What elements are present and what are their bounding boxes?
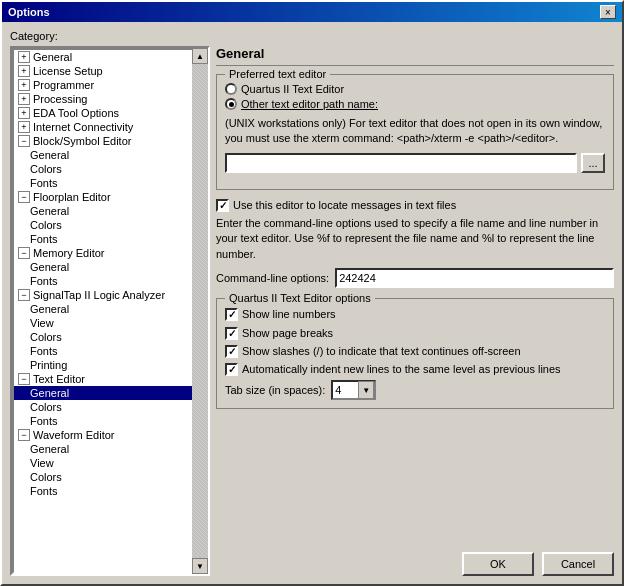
tree-item-label: View [30, 457, 54, 469]
tree-item-label: Programmer [33, 79, 94, 91]
tree-item-block-symbol-editor[interactable]: −Block/Symbol Editor [14, 134, 192, 148]
tabsize-dropdown-arrow[interactable]: ▼ [358, 381, 374, 399]
tree-item-signaltap-colors[interactable]: Colors [14, 330, 192, 344]
tree-item-label: Internet Connectivity [33, 121, 133, 133]
checkbox-label-show-slashes: Show slashes (/) to indicate that text c… [242, 344, 521, 358]
tree-item-memory-editor[interactable]: −Memory Editor [14, 246, 192, 260]
tree-item-memory-general[interactable]: General [14, 260, 192, 274]
expand-icon[interactable]: − [18, 429, 30, 441]
tree-item-text-editor[interactable]: −Text Editor [14, 372, 192, 386]
tree-item-signaltap-general[interactable]: General [14, 302, 192, 316]
tree-item-signaltap-printing[interactable]: Printing [14, 358, 192, 372]
expand-icon[interactable]: + [18, 121, 30, 133]
tree-scrollbar[interactable]: ▲ ▼ [192, 48, 208, 574]
tree-item-label: EDA Tool Options [33, 107, 119, 119]
checkbox-auto-indent[interactable] [225, 363, 238, 376]
tree-item-processing[interactable]: +Processing [14, 92, 192, 106]
cancel-button[interactable]: Cancel [542, 552, 614, 576]
expand-icon[interactable]: + [18, 79, 30, 91]
tree-item-label: General [30, 387, 69, 399]
tree-item-block-general[interactable]: General [14, 148, 192, 162]
tree-item-label: SignalTap II Logic Analyzer [33, 289, 165, 301]
tree-item-block-colors[interactable]: Colors [14, 162, 192, 176]
locate-section: Use this editor to locate messages in te… [216, 198, 614, 294]
browse-button[interactable]: ... [581, 153, 605, 173]
tree-item-waveform-general[interactable]: General [14, 442, 192, 456]
expand-icon[interactable]: + [18, 65, 30, 77]
tree-item-label: View [30, 317, 54, 329]
tree-item-label: Fonts [30, 275, 58, 287]
tree-item-block-fonts[interactable]: Fonts [14, 176, 192, 190]
tree-item-text-fonts[interactable]: Fonts [14, 414, 192, 428]
locate-checkbox[interactable] [216, 199, 229, 212]
checkbox-label-show-line-numbers: Show line numbers [242, 307, 336, 321]
close-button[interactable]: × [600, 5, 616, 19]
radio-quartus-input[interactable] [225, 83, 237, 95]
expand-icon[interactable]: + [18, 107, 30, 119]
tree-item-text-general[interactable]: General [14, 386, 192, 400]
radio-quartus[interactable]: Quartus II Text Editor [225, 83, 605, 95]
tabsize-select[interactable]: 4 ▼ [331, 380, 376, 400]
scroll-down-button[interactable]: ▼ [192, 558, 208, 574]
panel-title: General [216, 46, 614, 66]
tree-item-label: Colors [30, 401, 62, 413]
expand-icon[interactable]: + [18, 51, 30, 63]
tree-item-label: Fonts [30, 345, 58, 357]
tree-item-label: Colors [30, 163, 62, 175]
radio-group: Quartus II Text Editor Other text editor… [225, 83, 605, 110]
expand-icon[interactable]: − [18, 289, 30, 301]
checkbox-show-slashes[interactable] [225, 345, 238, 358]
category-label: Category: [10, 30, 614, 42]
tree-item-license-setup[interactable]: +License Setup [14, 64, 192, 78]
tree-item-floorplan-fonts[interactable]: Fonts [14, 232, 192, 246]
checkbox-show-line-numbers[interactable] [225, 308, 238, 321]
scroll-track[interactable] [192, 64, 208, 558]
locate-description: Enter the command-line options used to s… [216, 216, 614, 262]
radio-other-input[interactable] [225, 98, 237, 110]
preferred-editor-group: Preferred text editor Quartus II Text Ed… [216, 74, 614, 190]
tree-item-signaltap[interactable]: −SignalTap II Logic Analyzer [14, 288, 192, 302]
tree-item-signaltap-fonts[interactable]: Fonts [14, 344, 192, 358]
tree-item-waveform-colors[interactable]: Colors [14, 470, 192, 484]
tree-item-signaltap-view[interactable]: View [14, 316, 192, 330]
tree-item-label: General [30, 443, 69, 455]
tree-item-label: General [30, 205, 69, 217]
expand-icon[interactable]: − [18, 247, 30, 259]
expand-icon[interactable]: − [18, 135, 30, 147]
expand-icon[interactable]: − [18, 191, 30, 203]
ok-button[interactable]: OK [462, 552, 534, 576]
tree-item-waveform-editor[interactable]: −Waveform Editor [14, 428, 192, 442]
tree-item-waveform-view[interactable]: View [14, 456, 192, 470]
tree-item-programmer[interactable]: +Programmer [14, 78, 192, 92]
checkbox-item-show-slashes[interactable]: Show slashes (/) to indicate that text c… [225, 344, 605, 358]
expand-icon[interactable]: + [18, 93, 30, 105]
tree-item-waveform-fonts[interactable]: Fonts [14, 484, 192, 498]
tree-item-label: Fonts [30, 485, 58, 497]
checkbox-item-show-line-numbers[interactable]: Show line numbers [225, 307, 605, 321]
tree-item-floorplan-colors[interactable]: Colors [14, 218, 192, 232]
tree-item-label: General [30, 149, 69, 161]
tree-item-eda-tool-options[interactable]: +EDA Tool Options [14, 106, 192, 120]
tabsize-value: 4 [333, 384, 358, 396]
checkbox-show-page-breaks[interactable] [225, 327, 238, 340]
tree-item-general[interactable]: +General [14, 50, 192, 64]
cmd-input[interactable] [335, 268, 614, 288]
preferred-editor-legend: Preferred text editor [225, 68, 330, 80]
tree-item-label: Processing [33, 93, 87, 105]
tabsize-label: Tab size (in spaces): [225, 384, 325, 396]
locate-label: Use this editor to locate messages in te… [233, 198, 456, 212]
tree-item-floorplan-editor[interactable]: −Floorplan Editor [14, 190, 192, 204]
tree-item-memory-fonts[interactable]: Fonts [14, 274, 192, 288]
checkbox-item-show-page-breaks[interactable]: Show page breaks [225, 326, 605, 340]
checkbox-item-auto-indent[interactable]: Automatically indent new lines to the sa… [225, 362, 605, 376]
radio-other[interactable]: Other text editor path name: [225, 98, 605, 110]
tree-item-label: Colors [30, 219, 62, 231]
scroll-up-button[interactable]: ▲ [192, 48, 208, 64]
expand-icon[interactable]: − [18, 373, 30, 385]
tree-item-text-colors[interactable]: Colors [14, 400, 192, 414]
radio-other-label: Other text editor path name: [241, 98, 378, 110]
tree-item-floorplan-general[interactable]: General [14, 204, 192, 218]
editor-path-input[interactable] [225, 153, 577, 173]
locate-checkbox-item[interactable]: Use this editor to locate messages in te… [216, 198, 614, 212]
tree-item-internet-connectivity[interactable]: +Internet Connectivity [14, 120, 192, 134]
